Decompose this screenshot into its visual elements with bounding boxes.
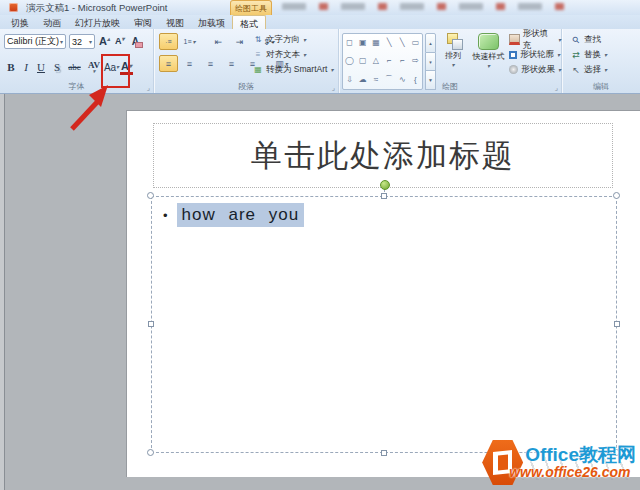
- annotation-red-arrow: [60, 85, 118, 131]
- tab-format[interactable]: 格式: [232, 15, 266, 29]
- gallery-scroll-up-button[interactable]: ▴: [425, 33, 436, 53]
- shrink-font-button[interactable]: A▾: [114, 35, 126, 48]
- handle-top-middle[interactable]: [381, 193, 387, 199]
- text-shadow-button[interactable]: S: [50, 59, 64, 75]
- chevron-down-icon: ▾: [93, 69, 96, 74]
- watermark-brand: Office教程网: [525, 445, 636, 465]
- drawing-tools-context-header: 绘图工具: [230, 0, 272, 16]
- shape-icon[interactable]: ▢: [359, 57, 367, 65]
- chevron-down-icon: ▾: [487, 63, 490, 69]
- font-dialog-launcher[interactable]: ⌟: [147, 84, 150, 91]
- replace-icon: ⇄: [571, 50, 581, 60]
- bullets-button[interactable]: ∙≡: [159, 33, 178, 50]
- slide-canvas[interactable]: 单击此处添加标题 • how are you: [126, 110, 640, 477]
- tab-slideshow[interactable]: 幻灯片放映: [68, 15, 127, 29]
- shape-icon[interactable]: ╲: [387, 39, 392, 47]
- tab-view[interactable]: 视图: [159, 15, 191, 29]
- workspace: 单击此处添加标题 • how are you: [0, 94, 640, 490]
- select-button[interactable]: ↖ 选择 ▾: [571, 63, 607, 76]
- smartart-label: 转换为 SmartArt: [266, 64, 327, 76]
- drawing-group: ◻▣▦╲╲▭◯▢△⌐⌐⇨⇩☁≈⌒∿{ ▴ ▾ ▼ 排列 ▾ 快速样式 ▾ 形状填…: [339, 29, 562, 93]
- powerpoint-window: 演示文稿1 - Microsoft PowerPoint 绘图工具 切换 动画 …: [0, 0, 640, 490]
- shape-icon[interactable]: ◯: [345, 57, 354, 65]
- quick-styles-label: 快速样式: [473, 51, 505, 62]
- chevron-down-icon: ▾: [192, 39, 195, 45]
- clear-formatting-button[interactable]: A: [128, 35, 142, 49]
- shape-icon[interactable]: ⇨: [412, 57, 419, 65]
- title-placeholder[interactable]: 单击此处添加标题: [153, 123, 613, 188]
- tab-addins[interactable]: 加载项: [191, 15, 232, 29]
- align-text-button[interactable]: ≡ 对齐文本 ▾: [253, 48, 333, 61]
- find-label: 查找: [584, 34, 601, 46]
- font-name-combobox[interactable]: Calibri (正文) ▾: [4, 34, 66, 49]
- shape-icon[interactable]: ▦: [372, 39, 380, 47]
- tab-animations[interactable]: 动画: [36, 15, 68, 29]
- shape-icon[interactable]: △: [373, 57, 379, 65]
- shape-fill-icon: [509, 34, 520, 45]
- content-placeholder[interactable]: [151, 196, 617, 453]
- shape-icon[interactable]: ╲: [400, 39, 405, 47]
- shape-effects-button[interactable]: 形状效果 ▾: [509, 63, 561, 76]
- chevron-down-icon: ▾: [89, 39, 92, 45]
- replace-label: 替换: [584, 49, 601, 61]
- handle-top-left[interactable]: [147, 192, 154, 199]
- increase-indent-icon: ⇥: [236, 37, 244, 47]
- increase-indent-button[interactable]: ⇥: [230, 33, 249, 50]
- blurred-titlebar-artifacts: [282, 3, 564, 11]
- text-direction-button[interactable]: ⇅ 文字方向 ▾: [253, 33, 333, 46]
- convert-smartart-button[interactable]: ▦ 转换为 SmartArt ▾: [253, 63, 333, 76]
- bullet-text-line[interactable]: • how are you: [163, 203, 304, 227]
- align-left-icon: ≡: [166, 59, 171, 69]
- tab-review[interactable]: 审阅: [127, 15, 159, 29]
- handle-middle-right[interactable]: [614, 321, 620, 327]
- grow-font-button[interactable]: A▴: [98, 35, 111, 48]
- shape-outline-button[interactable]: 形状轮廓 ▾: [509, 48, 561, 61]
- shape-icon[interactable]: ▭: [412, 39, 420, 47]
- tab-transitions[interactable]: 切换: [4, 15, 36, 29]
- font-size-value: 32: [72, 37, 82, 47]
- replace-button[interactable]: ⇄ 替换 ▾: [571, 48, 607, 61]
- drawing-dialog-launcher[interactable]: ⌟: [555, 84, 558, 91]
- selected-text[interactable]: how are you: [177, 203, 305, 227]
- handle-bottom-middle[interactable]: [381, 450, 387, 456]
- rotate-handle[interactable]: [380, 180, 390, 190]
- numbering-button[interactable]: 1≡▾: [180, 33, 199, 50]
- shape-icon[interactable]: ⌐: [387, 57, 392, 65]
- italic-button[interactable]: I: [20, 59, 32, 75]
- chevron-down-icon: ▾: [557, 52, 560, 58]
- shape-outline-icon: [509, 51, 517, 59]
- chevron-down-icon: ▾: [60, 39, 63, 45]
- shape-fill-button[interactable]: 形状填充 ▾: [509, 33, 561, 46]
- strikethrough-button[interactable]: abc: [66, 59, 83, 75]
- chevron-down-icon: ▾: [604, 52, 607, 58]
- bold-button[interactable]: B: [4, 59, 18, 75]
- shape-icon[interactable]: ⌐: [400, 57, 405, 65]
- find-icon: ⚲: [569, 32, 583, 46]
- numbering-icon: 1≡: [184, 38, 192, 45]
- window-title: 演示文稿1 - Microsoft PowerPoint: [26, 0, 167, 15]
- find-button[interactable]: ⚲ 查找: [571, 33, 607, 46]
- underline-button[interactable]: U: [34, 59, 48, 75]
- justify-button[interactable]: ≡: [222, 55, 241, 72]
- arrange-button[interactable]: 排列 ▾: [438, 33, 468, 68]
- handle-top-right[interactable]: [613, 192, 620, 199]
- paragraph-dialog-launcher[interactable]: ⌟: [332, 84, 335, 91]
- decrease-indent-button[interactable]: ⇤: [209, 33, 228, 50]
- annotation-red-rectangle: [101, 54, 130, 88]
- handle-middle-left[interactable]: [148, 321, 154, 327]
- font-size-combobox[interactable]: 32 ▾: [69, 34, 95, 49]
- slide-panel-divider[interactable]: [0, 94, 5, 490]
- shape-icon[interactable]: ▣: [359, 39, 367, 47]
- shape-effects-icon: [509, 65, 518, 74]
- shape-icon[interactable]: ◻: [346, 39, 353, 47]
- arrange-label: 排列: [445, 50, 461, 61]
- align-center-button[interactable]: ≡: [180, 55, 199, 72]
- quick-styles-button[interactable]: 快速样式 ▾: [470, 33, 507, 69]
- align-left-button[interactable]: ≡: [159, 55, 178, 72]
- text-direction-icon: ⇅: [253, 35, 263, 44]
- gallery-scroll-down-button[interactable]: ▾: [425, 53, 436, 72]
- font-name-value: Calibri (正文): [7, 35, 59, 48]
- align-right-button[interactable]: ≡: [201, 55, 220, 72]
- shape-format-column: 形状填充 ▾ 形状轮廓 ▾ 形状效果 ▾: [509, 33, 561, 76]
- handle-bottom-left[interactable]: [147, 449, 154, 456]
